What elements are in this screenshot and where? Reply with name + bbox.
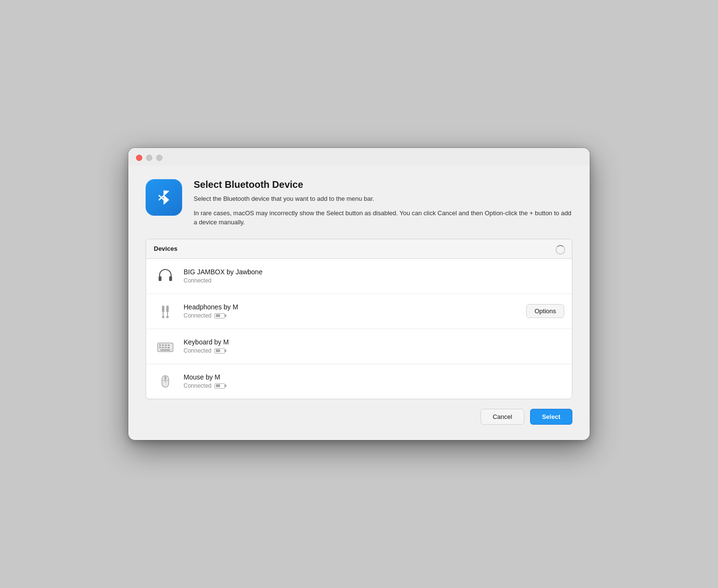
- device-item-keyboard-m[interactable]: Keyboard by M Connected: [146, 329, 572, 364]
- battery-icon-keyboard-m: [214, 348, 225, 354]
- airpods-device-icon: [154, 300, 177, 323]
- close-button[interactable]: [136, 155, 142, 161]
- device-status-keyboard-m: Connected: [184, 347, 211, 354]
- window-wrapper: Select Bluetooth Device Select the Bluet…: [109, 129, 609, 459]
- battery-icon-headphones-m: [214, 313, 225, 318]
- svg-rect-13: [159, 347, 161, 348]
- svg-rect-12: [168, 344, 170, 346]
- device-status-mouse-m: Connected: [184, 382, 211, 389]
- dialog-description-2: In rare cases, macOS may incorrectly sho…: [194, 208, 572, 227]
- svg-rect-14: [162, 347, 164, 348]
- svg-rect-17: [161, 349, 170, 351]
- device-info-mouse-m: Mouse by M Connected: [184, 373, 564, 389]
- device-status-row-big-jambox: Connected: [184, 277, 564, 284]
- header-section: Select Bluetooth Device Select the Bluet…: [146, 179, 572, 227]
- device-item-headphones-m[interactable]: Headphones by M Connected Options: [146, 294, 572, 329]
- svg-rect-9: [159, 344, 161, 346]
- devices-header: Devices: [146, 239, 572, 259]
- dialog-description-1: Select the Bluetooth device that you wan…: [194, 194, 572, 204]
- svg-rect-2: [162, 306, 164, 312]
- content-area: Select Bluetooth Device Select the Bluet…: [128, 166, 590, 399]
- loading-spinner: [555, 244, 564, 254]
- device-info-headphones-m: Headphones by M Connected: [184, 303, 526, 319]
- device-info-big-jambox: BIG JAMBOX by Jawbone Connected: [184, 268, 564, 284]
- options-button-headphones-m[interactable]: Options: [526, 304, 564, 318]
- header-text: Select Bluetooth Device Select the Bluet…: [194, 179, 572, 227]
- svg-rect-10: [162, 344, 164, 346]
- device-status-row-mouse-m: Connected: [184, 382, 564, 389]
- devices-container: Devices BIG JAMBOX by Jawbone: [146, 239, 572, 399]
- device-item-big-jambox[interactable]: BIG JAMBOX by Jawbone Connected: [146, 259, 572, 294]
- svg-rect-16: [168, 347, 170, 348]
- svg-rect-15: [165, 347, 167, 348]
- main-window: Select Bluetooth Device Select the Bluet…: [128, 148, 590, 440]
- svg-rect-11: [165, 344, 167, 346]
- bottom-buttons: Cancel Select: [128, 409, 590, 425]
- device-status-headphones-m: Connected: [184, 312, 211, 319]
- cancel-button[interactable]: Cancel: [481, 409, 524, 425]
- battery-icon-mouse-m: [214, 383, 225, 389]
- svg-rect-0: [159, 276, 161, 281]
- svg-point-6: [162, 316, 164, 318]
- device-status-big-jambox: Connected: [184, 277, 211, 284]
- svg-rect-1: [169, 276, 172, 281]
- traffic-lights: [136, 155, 162, 161]
- title-bar: [128, 148, 590, 166]
- maximize-button[interactable]: [156, 155, 162, 161]
- svg-rect-21: [164, 377, 166, 380]
- bluetooth-app-icon: [146, 179, 182, 216]
- minimize-button[interactable]: [146, 155, 152, 161]
- device-info-keyboard-m: Keyboard by M Connected: [184, 338, 564, 354]
- devices-label: Devices: [154, 245, 177, 252]
- device-name-big-jambox: BIG JAMBOX by Jawbone: [184, 268, 564, 276]
- headphones-device-icon: [154, 265, 177, 288]
- dialog-title: Select Bluetooth Device: [194, 179, 572, 190]
- device-status-row-keyboard-m: Connected: [184, 347, 564, 354]
- device-name-keyboard-m: Keyboard by M: [184, 338, 564, 346]
- device-name-headphones-m: Headphones by M: [184, 303, 526, 311]
- device-status-row-headphones-m: Connected: [184, 312, 526, 319]
- device-name-mouse-m: Mouse by M: [184, 373, 564, 381]
- mouse-device-icon: [154, 370, 177, 393]
- svg-rect-3: [166, 306, 169, 312]
- device-item-mouse-m[interactable]: Mouse by M Connected: [146, 364, 572, 399]
- bluetooth-svg-icon: [153, 187, 174, 208]
- select-button[interactable]: Select: [530, 409, 572, 425]
- keyboard-device-icon: [154, 335, 177, 358]
- svg-point-7: [166, 316, 169, 318]
